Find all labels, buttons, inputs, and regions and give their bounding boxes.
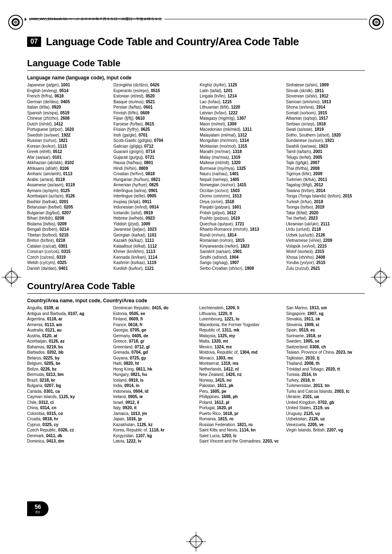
list-item-code: 2014, tn bbox=[302, 372, 317, 377]
list-item: Lao (lo/lao), 1215 bbox=[200, 99, 279, 105]
list-item-code: 1918 bbox=[316, 122, 325, 126]
list-item-code: 1815, ro bbox=[218, 417, 233, 421]
list-item-code: 1917 bbox=[319, 116, 328, 121]
list-item-code: 0718, gr bbox=[129, 339, 145, 343]
list-item: Japan, 1016, jp bbox=[113, 416, 191, 422]
list-item: Galician (gl/glg), 0712 bbox=[113, 144, 192, 149]
list-item: Azerbaijani (az/aze), 0126 bbox=[27, 193, 106, 199]
list-item: Abkhazian (ab/abk), 0102 bbox=[27, 160, 106, 166]
list-item: Basque (eu/eus), 0521 bbox=[113, 99, 192, 105]
list-item: Telugu (te/tel), 2005 bbox=[286, 155, 365, 160]
list-item-code: 1221, lu bbox=[224, 317, 240, 321]
list-item-code: 0618 bbox=[55, 94, 64, 98]
list-item: Greece, 0718, gr bbox=[113, 338, 191, 344]
list-item-code: 0912, il bbox=[125, 400, 139, 405]
list-item: Urdu (ur/urd), 2118 bbox=[286, 227, 365, 232]
list-item: Turks and Caicos Islands, 2003, tc bbox=[286, 389, 365, 394]
list-item: Afrikaans (af/afr), 0106 bbox=[27, 166, 106, 172]
list-item: Brazil, 0218, br bbox=[27, 378, 106, 383]
list-item: Scots-Gaelic (gd/gla), 0704 bbox=[113, 138, 192, 144]
list-item-code: 1013, jm bbox=[131, 411, 147, 416]
list-item: Kyrgyzstan, 1107, kg bbox=[113, 433, 191, 439]
list-item: Germany, 0405, de bbox=[113, 333, 191, 339]
list-item: Korean (ko/kor), 1115 bbox=[27, 144, 106, 149]
list-item: Interlingue (ie/ile), 0905 bbox=[113, 193, 192, 199]
list-item: Philippines, 1608, ph bbox=[199, 394, 279, 400]
list-item: Greek (el/ell), 0512 bbox=[27, 149, 106, 155]
list-item-code: 2119, us bbox=[313, 406, 329, 410]
list-item: Hungary, 0821, hu bbox=[113, 372, 191, 378]
list-item: Occitan (oc/oci), 1503 bbox=[200, 188, 279, 194]
list-item: Yiddish (ji/yid), 1009 bbox=[113, 221, 192, 227]
list-item: Sinhalese (si/sin), 1909 bbox=[286, 82, 365, 88]
list-item: Dutch (nl/nld), 1412 bbox=[27, 121, 106, 127]
list-item: Argentina, 0118, ar bbox=[27, 316, 106, 322]
list-item-code: 1908 bbox=[244, 266, 254, 271]
list-item: Virgin Islands, British, 2207, vg bbox=[286, 427, 365, 433]
list-item-code: 2205, ve bbox=[308, 422, 324, 427]
list-item-code: 1922 bbox=[61, 133, 70, 137]
list-item: Dominican Republic, 0415, do bbox=[113, 305, 191, 311]
list-item: Burmese (my/mya), 1325 bbox=[200, 166, 279, 172]
chapter-title: Language Code Table and Country/Area Cod… bbox=[46, 35, 299, 48]
list-item: Aymara (ay/aym), 0125 bbox=[27, 188, 106, 194]
list-item: Macedonian (mk/mkd), 1311 bbox=[200, 127, 279, 132]
list-item: Dominica, 0413, dm bbox=[27, 438, 106, 444]
list-item: Lingala (ln/lin), 1214 bbox=[200, 93, 279, 99]
list-item: Puerto Rico, 1618, pr bbox=[199, 411, 279, 417]
list-item: Rundi (rn/run), 1814 bbox=[200, 232, 279, 238]
list-item: Japanese (ja/jpn), 1001 bbox=[27, 82, 106, 88]
list-item-code: 2207, vg bbox=[327, 428, 343, 432]
list-item-code: 0326, cz bbox=[58, 428, 74, 432]
registration-mark-tl bbox=[8, 15, 23, 30]
list-item: Kinyarwanda (rw/kin), 1823 bbox=[200, 243, 279, 249]
list-item-code: 0825 bbox=[149, 183, 158, 187]
list-item: Tagalog (tl/tgl), 2012 bbox=[286, 182, 365, 188]
list-item-code: 1220 bbox=[231, 105, 240, 109]
list-item-code: 1815 bbox=[235, 238, 244, 243]
list-item: Grenada, 0704, gd bbox=[113, 350, 191, 355]
list-item-code: 0126 bbox=[66, 194, 75, 198]
list-item: Trinidad and Tobago, 2020, tt bbox=[286, 366, 365, 372]
list-item: Kalaallisut (kl/kal), 1112 bbox=[113, 243, 192, 249]
list-item-code: 1821, ru bbox=[237, 422, 253, 427]
list-item-code: 1222 bbox=[228, 111, 238, 115]
list-item: Twi (tw/twi), 2023 bbox=[286, 216, 365, 221]
list-item-code: 0213, bm bbox=[46, 372, 64, 377]
list-item: Belize, 0226, bz bbox=[27, 366, 106, 372]
list-item-code: 1612 bbox=[227, 211, 236, 215]
list-item: Lithuania, 1220, lt bbox=[199, 311, 279, 317]
list-item-code: 1821 bbox=[59, 138, 68, 143]
list-item: Saint Kitts and Nevis, 1114, kn bbox=[199, 427, 279, 433]
list-item: Italy, 0920, it bbox=[113, 405, 191, 411]
list-item: Bislama (bi/bis), 0209 bbox=[27, 221, 106, 227]
list-item: Javanese (jw/jav), 1023 bbox=[113, 227, 192, 232]
list-item: Austria, 0120, at bbox=[27, 333, 106, 339]
list-item-code: 1309 bbox=[227, 122, 236, 126]
list-item-code: 0702, gb bbox=[318, 400, 334, 405]
list-item-code: 1201 bbox=[224, 88, 233, 93]
list-item: Cayman Islands, 1125, ky bbox=[27, 394, 106, 400]
list-item: Australia, 0121, au bbox=[27, 327, 106, 333]
list-item: Estonia, 0505, ee bbox=[113, 311, 191, 317]
list-item: Kashmiri (ks/kas), 1119 bbox=[113, 260, 192, 266]
list-item: Bahamas, 0219, bs bbox=[27, 344, 106, 350]
list-item: Portugal, 1620, pt bbox=[199, 405, 279, 411]
list-item: Fijian (fj/fij), 0610 bbox=[113, 116, 192, 121]
list-item: English (en/eng), 0514 bbox=[27, 88, 106, 94]
list-column: Liechtenstein, 1209, liLithuania, 1220, … bbox=[199, 305, 279, 444]
list-item-code: 1401 bbox=[230, 172, 239, 176]
list-item: Serbo-Croatian (sh/scr), 1908 bbox=[200, 266, 279, 271]
list-item: Persian (fa/fas), 0601 bbox=[113, 104, 192, 110]
prepress-header-text: LX08_WV_EN.book 56 ページ ２００８年７月１５日 火曜日 午後… bbox=[29, 16, 162, 22]
list-item-code: 1901 bbox=[233, 249, 242, 254]
list-item-code: 1620 bbox=[65, 127, 74, 132]
list-item-code: 0610 bbox=[136, 116, 145, 121]
list-item-code: 0821 bbox=[151, 177, 160, 182]
list-item-code: 0704 bbox=[154, 138, 163, 143]
list-item: Yoruba (yo/yor), 2515 bbox=[286, 260, 365, 266]
list-item: Montserrat, 1319, ms bbox=[199, 361, 279, 366]
list-item-code: 0415, do bbox=[152, 306, 168, 310]
list-item-code: 2015 bbox=[343, 194, 352, 198]
list-item: Irish (ga/gle), 0701 bbox=[113, 132, 192, 138]
